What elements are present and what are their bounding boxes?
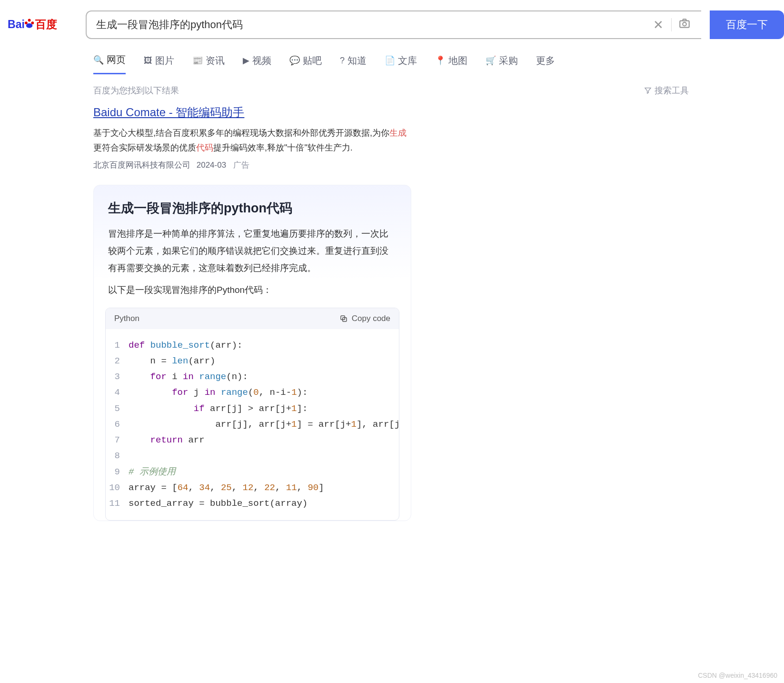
code-line: 2 n = len(arr) <box>106 353 399 369</box>
tab-label: 文库 <box>398 54 417 67</box>
svg-point-7 <box>683 22 686 26</box>
tab-label: 贴吧 <box>303 54 322 67</box>
ai-answer-card: 生成一段冒泡排序的python代码 冒泡排序是一种简单的排序算法，它重复地遍历要… <box>93 185 411 521</box>
tab-知道[interactable]: ?知道 <box>340 53 367 74</box>
result-count: 百度为您找到以下结果 <box>93 85 179 96</box>
svg-point-4 <box>26 23 32 28</box>
copy-icon <box>339 314 348 323</box>
search-tools[interactable]: 搜索工具 <box>644 85 689 96</box>
code-lang: Python <box>114 314 139 323</box>
code-line: 7 return arr <box>106 432 399 448</box>
tab-label: 知道 <box>347 54 367 67</box>
ad-company: 北京百度网讯科技有限公司 <box>93 161 190 170</box>
svg-point-2 <box>25 21 28 24</box>
tab-label: 资讯 <box>206 54 225 67</box>
tab-资讯[interactable]: 📰资讯 <box>192 53 225 74</box>
tab-图片[interactable]: 🖼图片 <box>144 53 174 74</box>
tab-icon: ▶ <box>243 55 249 66</box>
tab-icon: 🛒 <box>486 55 496 66</box>
baidu-logo[interactable]: Bai 百度 <box>7 13 77 36</box>
tab-label: 视频 <box>252 54 271 67</box>
ad-meta: 北京百度网讯科技有限公司 2024-03 广告 <box>93 160 411 171</box>
tab-icon: 📰 <box>192 55 203 66</box>
code-line: 10array = [64, 34, 25, 12, 22, 11, 90] <box>106 480 399 496</box>
tab-网页[interactable]: 🔍网页 <box>93 53 126 74</box>
copy-code-button[interactable]: Copy code <box>339 314 390 323</box>
code-header: Python Copy code <box>106 308 399 329</box>
ai-title: 生成一段冒泡排序的python代码 <box>108 200 397 217</box>
svg-point-3 <box>31 21 34 24</box>
svg-point-1 <box>28 19 31 22</box>
tab-label: 地图 <box>448 54 467 67</box>
ai-paragraph-2: 以下是一段实现冒泡排序的Python代码： <box>108 281 397 299</box>
tab-icon: 📍 <box>435 55 446 66</box>
code-line: 11sorted_array = bubble_sort(array) <box>106 496 399 512</box>
tab-文库[interactable]: 📄文库 <box>385 53 417 74</box>
result-bar: 百度为您找到以下结果 搜索工具 <box>0 74 784 105</box>
search-button[interactable]: 百度一下 <box>710 10 784 39</box>
search-box: ✕ <box>86 10 701 39</box>
svg-text:百度: 百度 <box>35 18 57 30</box>
tabs-bar: 🔍网页🖼图片📰资讯▶视频💬贴吧?知道📄文库📍地图🛒采购更多 <box>0 45 784 74</box>
code-line: 6 arr[j], arr[j+1] = arr[j+1], arr[j] <box>106 417 399 432</box>
ad-result: Baidu Comate - 智能编码助手 基于文心大模型,结合百度积累多年的编… <box>93 105 411 171</box>
tab-label: 更多 <box>536 54 555 67</box>
tab-icon: 🔍 <box>93 55 104 65</box>
clear-icon[interactable]: ✕ <box>648 18 668 32</box>
tab-label: 网页 <box>107 53 126 66</box>
search-input[interactable] <box>96 19 648 31</box>
ad-description: 基于文心大模型,结合百度积累多年的编程现场大数据和外部优秀开源数据,为你生成更符… <box>93 126 411 155</box>
code-line: 8 <box>106 448 399 464</box>
tab-地图[interactable]: 📍地图 <box>435 53 467 74</box>
ai-paragraph-1: 冒泡排序是一种简单的排序算法，它重复地遍历要排序的数列，一次比较两个元素，如果它… <box>108 225 397 277</box>
code-body: 1def bubble_sort(arr):2 n = len(arr)3 fo… <box>106 329 399 521</box>
header: Bai 百度 ✕ 百度一下 <box>0 0 784 45</box>
tab-label: 采购 <box>499 54 518 67</box>
tab-更多[interactable]: 更多 <box>536 53 555 74</box>
ad-date: 2024-03 <box>197 161 226 170</box>
code-line: 4 for j in range(0, n-i-1): <box>106 385 399 401</box>
search-tools-label: 搜索工具 <box>655 85 689 96</box>
tab-视频[interactable]: ▶视频 <box>243 53 271 74</box>
tab-icon: 💬 <box>289 55 300 66</box>
tab-icon: ? <box>340 56 345 66</box>
camera-icon[interactable] <box>675 17 695 32</box>
svg-rect-6 <box>680 21 689 28</box>
ad-tag: 广告 <box>233 161 249 170</box>
svg-text:Bai: Bai <box>8 18 25 30</box>
results: Baidu Comate - 智能编码助手 基于文心大模型,结合百度积累多年的编… <box>0 105 505 521</box>
tab-icon: 🖼 <box>144 56 152 66</box>
code-line: 1def bubble_sort(arr): <box>106 338 399 353</box>
code-line: 3 for i in range(n): <box>106 369 399 385</box>
code-line: 5 if arr[j] > arr[j+1]: <box>106 401 399 417</box>
tab-label: 图片 <box>155 54 174 67</box>
tab-贴吧[interactable]: 💬贴吧 <box>289 53 322 74</box>
copy-label: Copy code <box>352 314 390 323</box>
ad-title-link[interactable]: Baidu Comate - 智能编码助手 <box>93 105 244 120</box>
code-block: Python Copy code 1def bubble_sort(arr):2… <box>105 308 399 521</box>
code-line: 9# 示例使用 <box>106 464 399 480</box>
tab-icon: 📄 <box>385 55 395 66</box>
tab-采购[interactable]: 🛒采购 <box>486 53 518 74</box>
divider <box>671 18 672 31</box>
filter-icon <box>644 87 652 94</box>
